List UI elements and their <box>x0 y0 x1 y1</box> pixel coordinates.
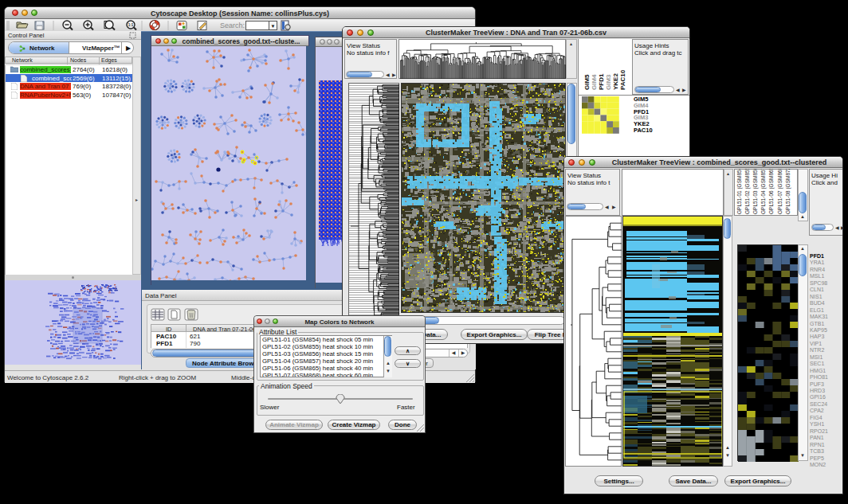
svg-text:YKE2: YKE2 <box>612 73 619 90</box>
svg-text:1:1: 1:1 <box>128 23 134 27</box>
svg-text:GIM4: GIM4 <box>591 74 598 90</box>
svg-text:PFD1: PFD1 <box>598 73 605 90</box>
svg-text:GPL51-06 (GSM865): GPL51-06 (GSM865) <box>768 169 775 214</box>
svg-text:GPL51-08 (GSM872): GPL51-08 (GSM872) <box>785 169 791 214</box>
svg-text:GPL51-02 (GSM855): GPL51-02 (GSM855) <box>744 169 751 214</box>
svg-text:GPL51-03 (GSM856): GPL51-03 (GSM856) <box>752 169 759 214</box>
svg-text:GPL51-04 (GSM857): GPL51-04 (GSM857) <box>760 169 767 214</box>
svg-text:GPL51-07 (GSM868): GPL51-07 (GSM868) <box>777 169 783 214</box>
svg-text:PAC10: PAC10 <box>619 69 626 90</box>
svg-text:GIM5: GIM5 <box>583 74 591 90</box>
svg-text:GIM3: GIM3 <box>605 74 612 90</box>
svg-text:GPL51-01 (GSM854): GPL51-01 (GSM854) <box>736 169 743 214</box>
